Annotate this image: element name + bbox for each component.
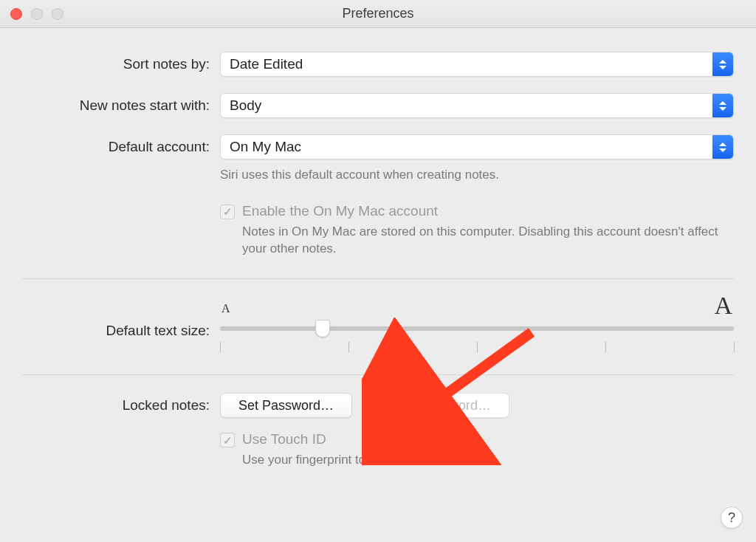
label-locked-notes: Locked notes: bbox=[22, 393, 220, 418]
set-password-button[interactable]: Set Password… bbox=[220, 393, 352, 418]
slider-knob[interactable] bbox=[315, 320, 330, 337]
stepper-icon bbox=[712, 94, 733, 117]
chevron-down-icon bbox=[719, 66, 726, 69]
chevron-up-icon bbox=[719, 101, 726, 105]
label-sort-notes: Sort notes by: bbox=[22, 52, 220, 77]
stepper-icon bbox=[712, 135, 733, 159]
slider-large-glyph: A bbox=[714, 295, 732, 315]
hint-default-account: Siri uses this default account when crea… bbox=[220, 167, 734, 184]
chevron-down-icon bbox=[719, 107, 726, 111]
slider-size-labels: A A bbox=[220, 295, 734, 320]
select-sort-notes[interactable]: Date Edited bbox=[220, 52, 734, 77]
checkmark-icon: ✓ bbox=[223, 435, 233, 446]
divider bbox=[22, 374, 734, 375]
slider-tick bbox=[348, 342, 349, 352]
select-default-account-value: On My Mac bbox=[230, 139, 301, 155]
select-new-notes-value: Body bbox=[230, 97, 261, 114]
chevron-down-icon bbox=[719, 148, 726, 152]
row-touch-id: ✓ Use Touch ID Use your fingerprint to v… bbox=[22, 431, 734, 469]
divider bbox=[22, 278, 734, 279]
close-window-button[interactable] bbox=[10, 8, 22, 20]
slider-tick bbox=[220, 342, 221, 352]
checkbox-hint-enable-on-my-mac: Notes in On My Mac are stored on this co… bbox=[242, 224, 729, 258]
row-enable-on-my-mac: ✓ Enable the On My Mac account Notes in … bbox=[22, 203, 734, 258]
minimize-window-button[interactable] bbox=[31, 8, 43, 20]
slider-ticks bbox=[220, 342, 734, 354]
row-new-notes: New notes start with: Body bbox=[22, 93, 734, 118]
help-button[interactable]: ? bbox=[721, 507, 743, 529]
checkbox-hint-touch-id: Use your fingerprint to view locked note… bbox=[242, 452, 472, 469]
label-default-account: Default account: bbox=[22, 134, 220, 159]
select-sort-notes-value: Date Edited bbox=[230, 56, 303, 72]
zoom-window-button[interactable] bbox=[52, 8, 63, 20]
chevron-up-icon bbox=[719, 60, 726, 64]
checkbox-label-touch-id: Use Touch ID bbox=[242, 431, 472, 447]
slider-track bbox=[220, 326, 734, 331]
chevron-up-icon bbox=[719, 143, 726, 146]
slider-tick bbox=[605, 342, 606, 352]
titlebar: Preferences bbox=[0, 0, 756, 28]
checkbox-enable-on-my-mac: ✓ bbox=[220, 205, 235, 219]
reset-password-button: Reset Password… bbox=[362, 393, 509, 418]
select-default-account[interactable]: On My Mac bbox=[220, 134, 734, 159]
checkbox-touch-id: ✓ bbox=[220, 433, 235, 447]
slider-small-glyph: A bbox=[221, 302, 230, 315]
slider-tick bbox=[734, 342, 735, 352]
stepper-icon bbox=[712, 52, 733, 76]
set-password-label: Set Password… bbox=[238, 398, 334, 414]
checkbox-label-enable-on-my-mac: Enable the On My Mac account bbox=[242, 203, 729, 219]
preferences-content: Sort notes by: Date Edited New notes sta… bbox=[0, 28, 756, 476]
help-icon: ? bbox=[728, 510, 735, 526]
row-text-size: Default text size: A A bbox=[22, 292, 734, 354]
reset-password-label: Reset Password… bbox=[381, 398, 491, 414]
row-locked-notes: Locked notes: Set Password… Reset Passwo… bbox=[22, 393, 734, 418]
select-new-notes[interactable]: Body bbox=[220, 93, 734, 118]
row-default-account: Default account: On My Mac Siri uses thi… bbox=[22, 134, 734, 184]
row-sort-notes: Sort notes by: Date Edited bbox=[22, 52, 734, 77]
text-size-slider[interactable] bbox=[220, 320, 734, 339]
checkmark-icon: ✓ bbox=[223, 206, 233, 217]
slider-tick bbox=[477, 342, 478, 352]
window-title: Preferences bbox=[0, 6, 756, 21]
traffic-lights bbox=[0, 8, 63, 20]
label-text-size: Default text size: bbox=[22, 306, 220, 340]
label-new-notes: New notes start with: bbox=[22, 93, 220, 118]
